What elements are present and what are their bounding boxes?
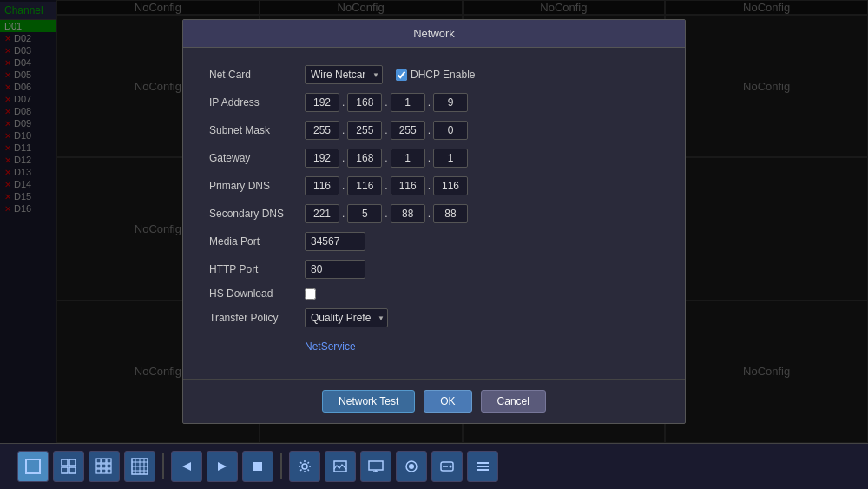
toolbar-btn-hdd[interactable]: [431, 451, 463, 482]
netservice-row: NetService: [209, 336, 659, 353]
svg-rect-2: [69, 459, 76, 466]
dhcp-label: DHCP Enable: [411, 69, 475, 81]
http-port-input[interactable]: [305, 260, 365, 279]
net-card-label: Net Card: [209, 69, 305, 81]
svg-rect-5: [96, 459, 101, 463]
subnet-seg-4[interactable]: [433, 121, 468, 140]
gateway-input-group: . . .: [305, 149, 468, 168]
ip-address-label: IP Address: [209, 96, 305, 109]
net-card-select-wrapper: Wire Netcar: [305, 65, 383, 84]
svg-rect-1: [62, 459, 68, 466]
hs-download-checkbox[interactable]: [305, 288, 316, 300]
gw-seg-4[interactable]: [433, 149, 468, 168]
svg-point-24: [302, 464, 307, 469]
toolbar-btn-next[interactable]: [207, 451, 238, 482]
transfer-policy-select[interactable]: Quality Prefe: [305, 308, 388, 327]
svg-marker-22: [218, 462, 227, 471]
svg-rect-13: [107, 469, 111, 473]
gw-seg-2[interactable]: [347, 149, 382, 168]
network-test-button[interactable]: Network Test: [322, 390, 415, 413]
ip-dot-1: .: [342, 96, 345, 109]
toolbar-divider-1: [162, 453, 164, 479]
ip-address-input-group: . . .: [305, 93, 468, 112]
net-card-row: Net Card Wire Netcar DHCP Enable: [209, 65, 659, 84]
pdns-seg-4[interactable]: [433, 176, 468, 195]
modal-overlay: Network Net Card Wire Netcar DHCP Enable…: [0, 0, 868, 443]
dialog-footer: Network Test OK Cancel: [183, 379, 685, 423]
hs-download-row: HS Download: [209, 287, 659, 300]
subnet-mask-input-group: . . .: [305, 121, 468, 140]
media-port-row: Media Port: [209, 232, 659, 251]
transfer-policy-label: Transfer Policy: [209, 312, 305, 324]
gw-seg-1[interactable]: [305, 149, 339, 168]
svg-rect-8: [96, 464, 101, 468]
primary-dns-row: Primary DNS . . .: [209, 176, 659, 195]
svg-rect-12: [102, 469, 106, 473]
media-port-input[interactable]: [305, 232, 365, 251]
transfer-policy-row: Transfer Policy Quality Prefe: [209, 308, 659, 327]
sdns-seg-4[interactable]: [433, 204, 468, 223]
toolbar-btn-grid9[interactable]: [89, 451, 120, 482]
pdns-seg-1[interactable]: [305, 176, 339, 195]
toolbar-btn-grid1[interactable]: [17, 451, 49, 482]
netservice-link[interactable]: NetService: [305, 340, 356, 353]
gateway-row: Gateway . . .: [209, 149, 659, 168]
toolbar-btn-monitor[interactable]: [360, 451, 391, 482]
svg-rect-4: [69, 467, 76, 473]
svg-rect-9: [102, 464, 106, 468]
dhcp-checkbox[interactable]: [396, 69, 407, 81]
primary-dns-input-group: . . .: [305, 176, 468, 195]
pdns-seg-3[interactable]: [391, 176, 425, 195]
svg-rect-10: [107, 464, 111, 468]
ip-seg-2[interactable]: [347, 93, 382, 112]
gateway-label: Gateway: [209, 152, 305, 164]
subnet-mask-label: Subnet Mask: [209, 124, 305, 136]
ip-seg-3[interactable]: [391, 93, 425, 112]
toolbar-btn-stop[interactable]: [242, 451, 273, 482]
primary-dns-label: Primary DNS: [209, 180, 305, 192]
toolbar-btn-menu[interactable]: [467, 451, 498, 482]
http-port-row: HTTP Port: [209, 260, 659, 279]
toolbar-btn-settings[interactable]: [289, 451, 320, 482]
toolbar: [0, 443, 868, 489]
svg-rect-26: [369, 461, 383, 470]
svg-rect-23: [253, 462, 262, 471]
sdns-seg-3[interactable]: [391, 204, 425, 223]
cancel-button[interactable]: Cancel: [481, 390, 546, 413]
dialog-title: Network: [183, 20, 685, 48]
subnet-mask-row: Subnet Mask . . .: [209, 121, 659, 140]
toolbar-btn-record[interactable]: [396, 451, 427, 482]
ip-dot-2: .: [385, 96, 387, 109]
ip-seg-1[interactable]: [305, 93, 339, 112]
sdns-seg-2[interactable]: [347, 204, 382, 223]
subnet-seg-3[interactable]: [391, 121, 425, 140]
toolbar-btn-grid4[interactable]: [53, 451, 84, 482]
ip-seg-4[interactable]: [433, 93, 468, 112]
transfer-policy-select-wrapper: Quality Prefe: [305, 308, 388, 327]
toolbar-btn-grid16[interactable]: [124, 451, 155, 482]
svg-rect-0: [26, 459, 40, 473]
hs-download-label: HS Download: [209, 287, 305, 300]
subnet-seg-1[interactable]: [305, 121, 339, 140]
svg-rect-6: [102, 459, 106, 463]
secondary-dns-row: Secondary DNS . . .: [209, 204, 659, 223]
subnet-seg-2[interactable]: [347, 121, 382, 140]
http-port-label: HTTP Port: [209, 263, 305, 275]
svg-rect-7: [107, 459, 111, 463]
pdns-seg-2[interactable]: [347, 176, 382, 195]
ip-dot-3: .: [428, 96, 431, 109]
toolbar-btn-image[interactable]: [325, 451, 356, 482]
toolbar-divider-2: [280, 453, 282, 479]
sdns-seg-1[interactable]: [305, 204, 339, 223]
svg-point-32: [450, 466, 452, 468]
toolbar-btn-prev[interactable]: [171, 451, 202, 482]
ip-address-row: IP Address . . .: [209, 93, 659, 112]
svg-rect-11: [96, 469, 101, 473]
ok-button[interactable]: OK: [424, 390, 471, 413]
svg-point-30: [409, 464, 414, 469]
gw-seg-3[interactable]: [391, 149, 425, 168]
net-card-select[interactable]: Wire Netcar: [305, 65, 383, 84]
media-port-label: Media Port: [209, 235, 305, 248]
secondary-dns-input-group: . . .: [305, 204, 468, 223]
network-dialog: Network Net Card Wire Netcar DHCP Enable…: [182, 19, 686, 424]
